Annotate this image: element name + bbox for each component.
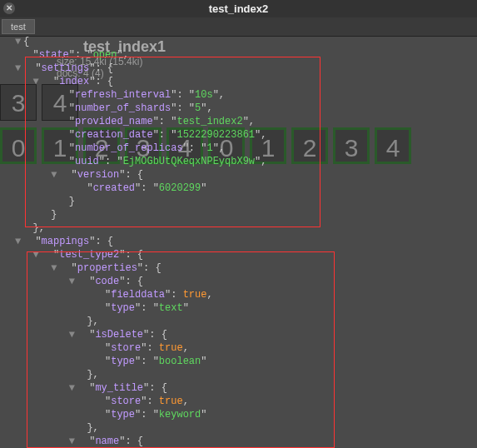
key: type [111, 302, 135, 314]
key: mappings [42, 236, 90, 247]
value: 6020299 [159, 182, 201, 194]
close-icon[interactable]: ✕ [3, 2, 15, 14]
chevron-down-icon[interactable]: ▼ [33, 75, 40, 88]
key: fielddata [111, 289, 165, 301]
json-view[interactable]: ▼{ "state": "open", ▼ "settings": { ▼ "i… [15, 35, 266, 448]
key: state [39, 49, 69, 61]
key: creation_date [75, 129, 153, 141]
value: test_index2 [176, 116, 242, 127]
value: true [159, 396, 183, 407]
key: type [111, 409, 135, 421]
key: provided_name [75, 116, 153, 127]
chevron-down-icon[interactable]: ▼ [69, 328, 76, 341]
value: text [159, 302, 183, 314]
value: true [159, 342, 183, 354]
key: name [95, 436, 119, 447]
window-title: test_index2 [209, 2, 269, 15]
chevron-down-icon[interactable]: ▼ [51, 261, 57, 275]
value: 1 [206, 142, 212, 154]
key: version [77, 169, 119, 181]
key: store [111, 342, 141, 354]
value: 10s [195, 89, 213, 101]
key: number_of_shards [75, 102, 171, 114]
value: open [93, 49, 117, 61]
titlebar: ✕ test_index2 [0, 0, 477, 17]
value: 5 [195, 102, 201, 114]
tab-test[interactable]: test [2, 19, 35, 34]
chevron-down-icon[interactable]: ▼ [33, 248, 40, 261]
value: 1522290223861 [176, 129, 255, 141]
chevron-down-icon[interactable]: ▼ [15, 62, 22, 75]
chevron-down-icon[interactable]: ▼ [69, 435, 76, 448]
key: type [111, 356, 135, 367]
key: settings [42, 62, 90, 74]
key: refresh_interval [75, 89, 171, 101]
key: my_title [95, 382, 143, 394]
shard-box: 2 [291, 127, 328, 164]
shard-box: 4 [375, 127, 411, 164]
chevron-down-icon[interactable]: ▼ [69, 381, 76, 395]
key: uuid [75, 156, 99, 167]
key: properties [77, 262, 137, 274]
key: store [111, 396, 141, 407]
value: boolean [159, 356, 201, 367]
key: code [95, 276, 119, 287]
shard-box: 3 [333, 127, 370, 164]
value: keyword [159, 409, 201, 421]
key: created [93, 182, 135, 194]
value: true [183, 289, 207, 301]
chevron-down-icon[interactable]: ▼ [51, 168, 57, 182]
chevron-down-icon[interactable]: ▼ [15, 35, 22, 48]
chevron-down-icon[interactable]: ▼ [69, 275, 76, 288]
key: number_of_replicas [75, 142, 183, 154]
value: EjMOGbUtQKeqxNPEyqbX9w [123, 156, 255, 167]
key: test_type2 [59, 249, 119, 261]
chevron-down-icon[interactable]: ▼ [15, 235, 22, 248]
key: isDelete [95, 329, 143, 341]
key: index [59, 76, 89, 87]
